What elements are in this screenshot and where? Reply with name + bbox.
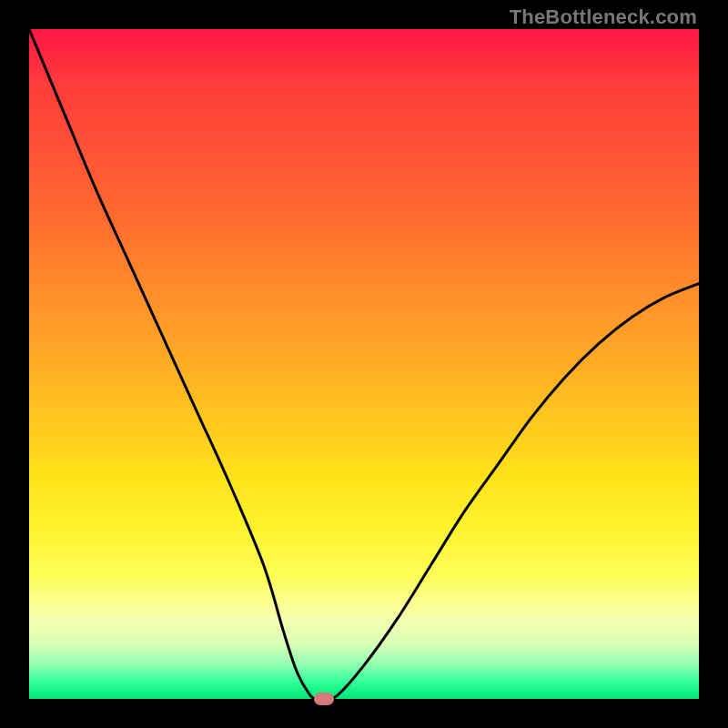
bottleneck-curve bbox=[29, 29, 699, 699]
watermark-text: TheBottleneck.com bbox=[510, 5, 697, 29]
chart-frame: TheBottleneck.com bbox=[0, 0, 728, 728]
optimal-point-marker bbox=[314, 693, 334, 705]
